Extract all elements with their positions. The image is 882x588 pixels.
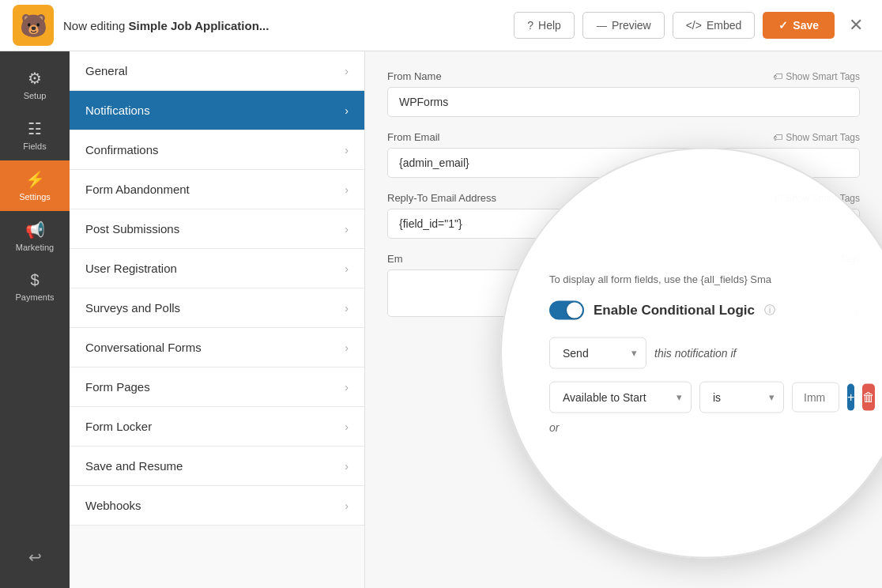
sidebar-item-payments[interactable]: $ Payments [0,262,70,311]
from-name-smart-tags[interactable]: 🏷 Show Smart Tags [773,71,860,82]
send-select-wrapper[interactable]: Send Don't Send [549,337,646,369]
sidebar-item-form-pages[interactable]: Form Pages › [70,368,364,407]
sidebar-item-user-registration[interactable]: User Registration › [70,249,364,288]
chevron-right-icon: › [345,104,349,117]
sidebar-item-webhooks[interactable]: Webhooks › [70,486,364,526]
chevron-right-icon: › [345,381,349,394]
sidebar-item-post-submissions[interactable]: Post Submissions › [70,209,364,249]
sidebar-item-general[interactable]: General › [70,51,364,91]
sidebar-item-form-abandonment[interactable]: Form Abandonment › [70,170,364,209]
toggle-knob [567,303,582,318]
main-layout: ⚙ Setup ☷ Fields ⚡ Settings 📢 Marketing … [0,51,882,588]
sidebar-item-surveys-polls[interactable]: Surveys and Polls › [70,288,364,328]
marketing-icon: 📢 [25,220,45,239]
operator-select-wrapper[interactable]: is is not contains [699,382,784,413]
from-name-input[interactable] [387,87,860,117]
help-button[interactable]: ? Help [514,12,575,39]
settings-sidebar: General › Notifications › Confirmations … [70,51,365,588]
chevron-right-icon: › [345,460,349,473]
from-email-smart-tags[interactable]: 🏷 Show Smart Tags [773,132,860,143]
sidebar-item-confirmations[interactable]: Confirmations › [70,130,364,170]
topbar-left: 🐻 Now editing Simple Job Application... [13,5,269,46]
setup-icon: ⚙ [28,69,42,88]
field-condition-row: Available to Start First Name Last Name … [549,382,870,413]
chevron-right-icon: › [345,223,349,236]
chevron-right-icon: › [345,341,349,354]
conditional-logic-help-icon[interactable]: ⓘ [764,303,775,318]
sidebar-item-setup[interactable]: ⚙ Setup [0,59,70,110]
conditional-logic-toggle[interactable] [549,301,584,320]
preview-button[interactable]: ⸻ Preview [582,12,665,39]
sidebar-item-save-resume[interactable]: Save and Resume › [70,447,364,486]
tag-icon: 🏷 [773,71,782,82]
preview-icon: ⸻ [596,19,607,32]
tag-icon: 🏷 [773,132,782,143]
sidebar-item-notifications[interactable]: Notifications › [70,91,364,130]
field-select[interactable]: Available to Start First Name Last Name … [549,382,692,413]
sidebar-item-marketing[interactable]: 📢 Marketing [0,211,70,262]
all-fields-hint: To display all form fields, use the {all… [549,271,870,287]
chevron-right-icon: › [345,302,349,315]
field-select-wrapper[interactable]: Available to Start First Name Last Name … [549,382,692,413]
topbar: 🐻 Now editing Simple Job Application... … [0,0,882,51]
undo-icon: ↩ [28,548,42,567]
from-name-label: From Name 🏷 Show Smart Tags [387,70,860,82]
topbar-title: Now editing Simple Job Application... [63,19,269,32]
chevron-right-icon: › [345,499,349,512]
settings-icon: ⚡ [25,170,45,189]
from-email-label: From Email 🏷 Show Smart Tags [387,131,860,143]
embed-icon: </> [686,19,702,32]
app-logo: 🐻 [13,5,54,46]
content-area: From Name 🏷 Show Smart Tags From Email 🏷… [365,51,882,588]
chevron-right-icon: › [345,65,349,77]
fields-icon: ☷ [28,119,42,138]
icon-nav-bottom: ↩ [0,539,70,588]
payments-icon: $ [30,271,39,289]
or-text: or [549,421,870,434]
circle-content: To display all form fields, use the {all… [549,271,870,433]
send-select[interactable]: Send Don't Send [549,337,646,369]
conditional-logic-label: Enable Conditional Logic [594,303,755,318]
topbar-right: ? Help ⸻ Preview </> Embed ✓ Save ✕ [514,12,869,39]
check-icon: ✓ [778,19,788,32]
chevron-right-icon: › [345,144,349,156]
icon-nav: ⚙ Setup ☷ Fields ⚡ Settings 📢 Marketing … [0,51,70,588]
remove-condition-button[interactable]: 🗑 [862,384,875,411]
embed-button[interactable]: </> Embed [673,12,756,39]
close-button[interactable]: ✕ [842,12,869,39]
send-condition-row: Send Don't Send this notification if [549,337,870,369]
operator-select[interactable]: is is not contains [699,382,784,413]
save-button[interactable]: ✓ Save [763,12,835,39]
chevron-right-icon: › [345,420,349,433]
add-condition-button[interactable]: + [847,384,854,411]
condition-value-input[interactable] [792,383,839,413]
sidebar-item-settings[interactable]: ⚡ Settings [0,160,70,211]
sidebar-item-conversational-forms[interactable]: Conversational Forms › [70,328,364,368]
from-name-group: From Name 🏷 Show Smart Tags [387,70,860,117]
sidebar-item-fields[interactable]: ☷ Fields [0,110,70,160]
sidebar-item-form-locker[interactable]: Form Locker › [70,407,364,447]
help-icon: ? [527,19,533,32]
chevron-right-icon: › [345,183,349,196]
notification-if-text: this notification if [654,347,737,360]
chevron-right-icon: › [345,262,349,275]
undo-button[interactable]: ↩ [0,539,70,575]
enable-logic-row: Enable Conditional Logic ⓘ [549,301,870,320]
